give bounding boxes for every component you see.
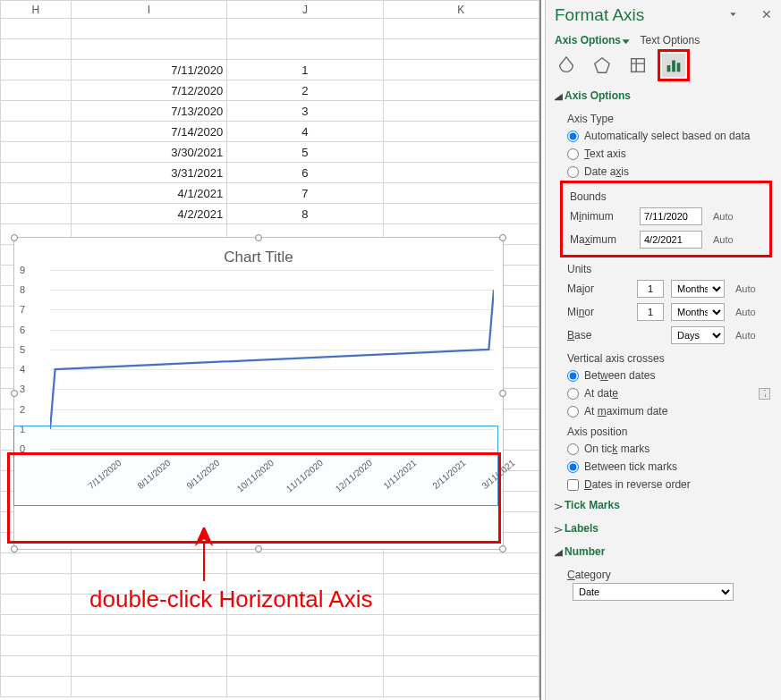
radio-auto-select[interactable]: Automatically select based on data (567, 127, 777, 145)
cell[interactable]: 7 (227, 183, 383, 204)
label-bounds: Bounds (570, 185, 769, 205)
check-reverse[interactable]: Dates in reverse order (567, 476, 777, 493)
select-category[interactable]: Date (573, 583, 734, 601)
format-axis-pane: Format Axis ▼ ✕ Axis Options ▾ Text Opti… (545, 0, 781, 700)
resize-handle[interactable] (499, 234, 506, 241)
input-at-date (759, 388, 770, 400)
cell[interactable]: 7/11/2020 (71, 60, 226, 80)
label-maximum: Maximum (570, 233, 632, 246)
resize-handle[interactable] (499, 390, 506, 397)
pane-title: Format Axis (555, 5, 781, 30)
size-props-icon[interactable] (626, 54, 649, 77)
annotation-box (7, 452, 501, 544)
input-minor[interactable] (637, 303, 664, 321)
svg-rect-1 (632, 59, 645, 72)
radio-between-tick[interactable]: Between tick marks (567, 458, 777, 476)
auto-button[interactable]: Auto (713, 234, 734, 245)
resize-handle[interactable] (11, 545, 18, 552)
label-minor: Minor (567, 306, 630, 318)
auto-button[interactable]: Auto (735, 307, 756, 317)
cell[interactable]: 6 (227, 163, 383, 183)
select-minor-unit[interactable]: Months (671, 303, 725, 321)
label-units: Units (567, 257, 777, 277)
arrow-icon (195, 527, 213, 581)
axis-options-icon[interactable] (662, 54, 685, 77)
annotation-text: double-click Horizontal Axis (89, 586, 372, 613)
radio-on-tick[interactable]: On tick marks (567, 440, 777, 458)
label-base: Base (567, 329, 630, 342)
cell[interactable]: 1 (227, 60, 383, 80)
chevron-down-icon: ▾ (623, 37, 630, 46)
label-major: Major (567, 283, 630, 295)
cell[interactable]: 2 (227, 80, 383, 101)
label-category: Category (567, 563, 777, 583)
section-axis-options[interactable]: Axis Options (555, 84, 777, 107)
cell[interactable]: 3 (227, 101, 383, 122)
radio-date-axis[interactable]: Date axis (567, 163, 777, 181)
cell[interactable]: 3/30/2021 (71, 142, 226, 163)
tab-text-options[interactable]: Text Options (640, 34, 700, 46)
resize-handle[interactable] (11, 390, 18, 397)
svg-rect-2 (667, 65, 671, 72)
cell[interactable]: 7/12/2020 (71, 80, 226, 101)
tab-axis-options[interactable]: Axis Options ▾ (555, 34, 628, 46)
chart-title[interactable]: Chart Title (14, 238, 503, 270)
radio-text-axis[interactable]: Text axis (567, 145, 777, 163)
svg-rect-3 (672, 61, 675, 72)
select-major-unit[interactable]: Months (671, 280, 725, 298)
select-base-unit[interactable]: Days (671, 326, 725, 344)
input-maximum[interactable] (640, 231, 702, 249)
cell[interactable]: 5 (227, 142, 383, 163)
line-series (50, 270, 494, 449)
resize-handle[interactable] (11, 234, 18, 241)
resize-handle[interactable] (255, 234, 262, 241)
auto-button[interactable]: Auto (713, 211, 734, 222)
label-vac: Vertical axis crosses (567, 347, 777, 367)
section-tick-marks[interactable]: Tick Marks (555, 493, 777, 517)
radio-between-dates[interactable]: Between dates (567, 367, 777, 384)
auto-button[interactable]: Auto (735, 330, 756, 341)
cell[interactable]: 7/14/2020 (71, 122, 226, 142)
col-header[interactable]: H (1, 1, 72, 19)
effects-icon[interactable] (590, 54, 614, 77)
resize-handle[interactable] (499, 545, 506, 552)
worksheet[interactable]: H I J K 7/11/20201 7/12/20202 7/13/20203… (0, 0, 541, 700)
col-header[interactable]: K (383, 1, 539, 19)
cell[interactable]: 4/2/2021 (71, 204, 226, 224)
plot-area[interactable]: 0123456789 (50, 270, 494, 449)
svg-rect-4 (677, 63, 681, 72)
label-axis-position: Axis position (567, 420, 777, 440)
cell[interactable]: 4/1/2021 (71, 183, 226, 204)
col-header[interactable]: I (71, 1, 226, 19)
pane-menu-icon[interactable]: ▼ (728, 11, 738, 17)
close-icon[interactable]: ✕ (761, 7, 772, 21)
cell[interactable]: 8 (227, 204, 383, 224)
auto-button[interactable]: Auto (735, 283, 756, 294)
resize-handle[interactable] (255, 545, 262, 552)
section-labels[interactable]: Labels (555, 517, 777, 540)
col-header[interactable]: J (227, 1, 383, 19)
radio-at-max[interactable]: At maximum date (567, 402, 777, 420)
input-minimum[interactable] (640, 207, 702, 225)
input-major[interactable] (637, 280, 664, 298)
cell[interactable]: 7/13/2020 (71, 101, 226, 122)
fill-line-icon[interactable] (555, 54, 578, 77)
label-axis-type: Axis Type (567, 107, 777, 127)
cell[interactable]: 3/31/2021 (71, 163, 226, 183)
cell[interactable]: 4 (227, 122, 383, 142)
radio-at-date[interactable]: At date (567, 387, 618, 400)
section-number[interactable]: Number (555, 540, 777, 563)
svg-marker-0 (595, 58, 610, 73)
label-minimum: Minimum (570, 210, 632, 223)
